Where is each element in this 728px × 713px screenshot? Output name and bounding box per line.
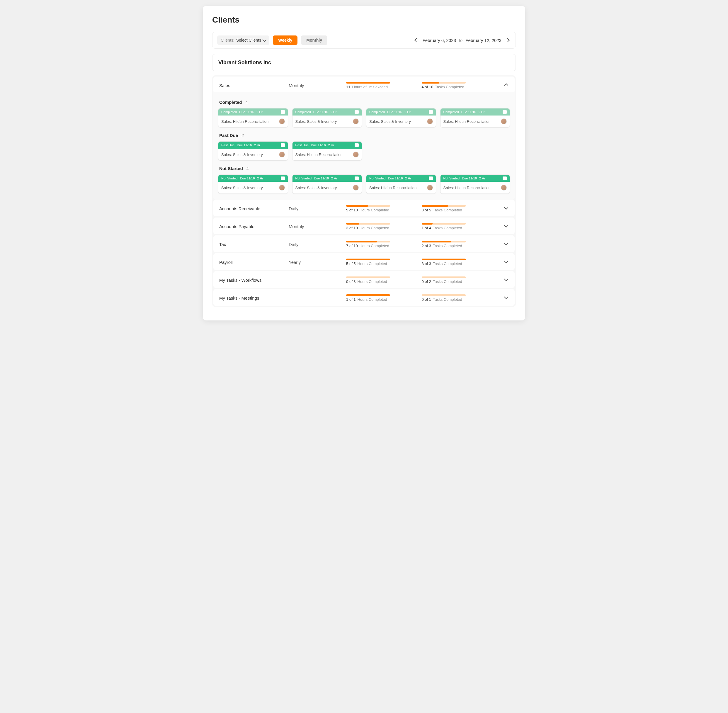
tasks-metric: 0 of 2Tasks Completed	[422, 276, 494, 284]
hours-number: 0 of 8	[346, 279, 356, 284]
comment-icon[interactable]	[354, 110, 359, 114]
tasks-progress-bar	[422, 241, 466, 242]
task-due: Due 11/16	[313, 110, 328, 114]
hours-progress-fill	[346, 82, 390, 84]
comment-icon[interactable]	[503, 176, 507, 180]
avatar[interactable]	[279, 118, 285, 124]
task-hours: 2 Hr	[254, 143, 260, 147]
tasks-metric: 4 of 10Tasks Completed	[422, 82, 494, 89]
collapse-button[interactable]	[503, 82, 509, 89]
avatar[interactable]	[501, 118, 507, 124]
task-card-header: Not Started Due 11/16 2 Hr	[292, 175, 362, 182]
expand-button[interactable]	[503, 205, 509, 212]
task-card[interactable]: Completed Due 11/16 2 Hr Sales: Hildun R…	[440, 108, 510, 128]
expand-button[interactable]	[503, 241, 509, 248]
category-name: Tax	[219, 241, 285, 247]
task-due: Due 11/16	[237, 143, 252, 147]
avatar[interactable]	[501, 185, 507, 191]
prev-week-button[interactable]	[413, 36, 420, 44]
tasks-number: 3 of 5	[422, 208, 432, 212]
comment-icon[interactable]	[429, 176, 433, 180]
tasks-progress-bar	[422, 294, 466, 296]
comment-icon[interactable]	[281, 176, 285, 180]
tasks-label: Tasks Completed	[433, 261, 462, 266]
avatar[interactable]	[427, 118, 433, 124]
task-card[interactable]: Not Started Due 11/16 2 Hr Sales: Sales …	[292, 175, 362, 194]
category-name: Sales	[219, 82, 285, 88]
task-hours: 2 Hr	[328, 143, 334, 147]
task-card[interactable]: Not Started Due 11/16 2 Hr Sales: Sales …	[218, 175, 288, 194]
task-card-header: Past Due Due 11/16 2 Hr	[292, 142, 362, 149]
comment-icon[interactable]	[354, 176, 359, 180]
avatar[interactable]	[279, 152, 285, 157]
task-card[interactable]: Completed Due 11/16 2 Hr Sales: Sales & …	[292, 108, 362, 128]
hours-number: 5 of 10	[346, 208, 358, 212]
task-card[interactable]: Completed Due 11/16 2 Hr Sales: Sales & …	[366, 108, 436, 128]
hours-progress-fill	[346, 223, 359, 225]
task-status: Not Started	[369, 176, 386, 180]
chevron-down-icon	[504, 277, 508, 281]
tasks-label: Tasks Completed	[433, 208, 462, 212]
avatar[interactable]	[353, 152, 359, 157]
task-title: Sales: Hildun Reconciliation	[444, 186, 491, 190]
section-title: Past Due2	[219, 133, 510, 138]
chevron-down-icon	[504, 259, 508, 263]
expand-button[interactable]	[503, 259, 509, 266]
hours-metric: 7 of 10Hours Completed	[346, 241, 418, 248]
avatar[interactable]	[279, 185, 285, 191]
tasks-progress-bar	[422, 205, 466, 207]
task-title: Sales: Sales & Inventory	[369, 119, 411, 124]
task-card-grid: Past Due Due 11/16 2 Hr Sales: Sales & I…	[218, 141, 510, 161]
tasks-label: Tasks Completed	[433, 297, 462, 302]
expand-button[interactable]	[503, 294, 509, 301]
section-name: Completed	[219, 100, 242, 104]
category-row: Accounts Receivable Daily 5 of 10Hours C…	[213, 200, 515, 216]
category-row: Accounts Payable Monthly 3 of 10Hours Co…	[213, 218, 515, 234]
task-card-body: Sales: Sales & Inventory	[292, 115, 362, 127]
category-name: Payroll	[219, 259, 285, 265]
next-week-button[interactable]	[505, 36, 511, 44]
category-row: My Tasks - Meetings 1 of 1Hours Complete…	[213, 289, 515, 306]
hours-metric: 5 of 10Hours Completed	[346, 205, 418, 212]
clients-dropdown[interactable]: Clients: Select Clients	[217, 36, 269, 45]
hours-progress-fill	[346, 205, 368, 207]
task-card-header: Completed Due 11/16 2 Hr	[441, 109, 510, 115]
task-card-header: Not Started Due 11/16 2 Hr	[366, 175, 436, 182]
task-card[interactable]: Past Due Due 11/16 2 Hr Sales: Hildun Re…	[292, 141, 362, 161]
comment-icon[interactable]	[429, 110, 433, 114]
avatar[interactable]	[427, 185, 433, 191]
task-hours: 2 Hr	[405, 110, 411, 114]
hours-progress-fill	[346, 259, 390, 260]
hours-progress-bar	[346, 294, 390, 296]
task-card-header: Not Started Due 11/16 2 Hr	[441, 175, 510, 182]
expand-button[interactable]	[503, 223, 509, 230]
task-hours: 2 Hr	[256, 110, 263, 114]
weekly-tab[interactable]: Weekly	[273, 36, 298, 45]
task-card[interactable]: Not Started Due 11/16 2 Hr Sales: Hildun…	[366, 175, 436, 194]
task-card[interactable]: Completed Due 11/16 2 Hr Sales: Hildun R…	[218, 108, 288, 128]
task-card-header: Not Started Due 11/16 2 Hr	[218, 175, 288, 182]
comment-icon[interactable]	[354, 143, 359, 147]
section-count: 2	[241, 133, 244, 138]
tasks-progress-bar	[422, 259, 466, 260]
comment-icon[interactable]	[281, 110, 285, 114]
expand-button[interactable]	[503, 276, 509, 283]
hours-progress-bar	[346, 205, 390, 207]
task-card[interactable]: Past Due Due 11/16 2 Hr Sales: Sales & I…	[218, 141, 288, 161]
client-name-header: Vibrant Solutions Inc	[212, 54, 516, 71]
hours-label: Hours Completed	[360, 208, 389, 212]
monthly-tab[interactable]: Monthly	[301, 36, 328, 45]
comment-icon[interactable]	[281, 143, 285, 147]
category-frequency: Yearly	[289, 259, 342, 265]
task-card[interactable]: Not Started Due 11/16 2 Hr Sales: Hildun…	[440, 175, 510, 194]
task-status: Not Started	[444, 176, 460, 180]
comment-icon[interactable]	[503, 110, 507, 114]
avatar[interactable]	[353, 118, 359, 124]
chevron-down-icon	[262, 37, 266, 42]
chevron-down-icon	[504, 224, 508, 228]
task-title: Sales: Hildun Reconciliation	[444, 119, 491, 124]
clients-value: Select Clients	[236, 38, 261, 43]
tasks-number: 0 of 2	[422, 279, 432, 284]
hours-label: Hours Completed	[357, 261, 387, 266]
avatar[interactable]	[353, 185, 359, 191]
